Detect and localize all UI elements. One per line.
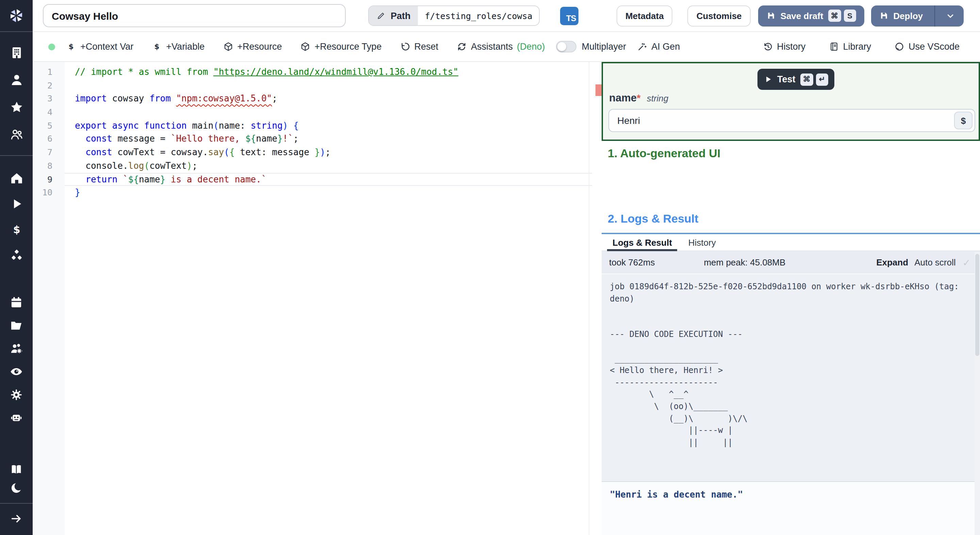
library-button[interactable]: Library xyxy=(829,41,871,52)
section-logs-result: 2. Logs & Result xyxy=(608,212,698,226)
save-draft-button[interactable]: Save draft ⌘S xyxy=(758,5,864,26)
scrollbar-thumb[interactable] xyxy=(975,254,979,356)
code-token: } xyxy=(75,187,80,197)
line-number: 9 xyxy=(33,172,65,186)
auto-scroll-toggle[interactable]: Auto scroll xyxy=(914,257,956,268)
line-number: 5 xyxy=(33,119,65,132)
github-icon xyxy=(894,41,904,52)
-resource-type-button[interactable]: +Resource Type xyxy=(301,41,382,52)
tab-history[interactable]: History xyxy=(680,234,724,250)
schema-field-label: name* string xyxy=(609,92,668,104)
sidebar-group-workspace xyxy=(9,46,24,142)
top-bar: Path f/testing_roles/cowsa TS Metadata C… xyxy=(33,0,980,32)
code-token: "https://deno.land/x/windmill@v1.136.0/m… xyxy=(213,67,458,77)
code-content[interactable]: // import * as wmill from "https://deno.… xyxy=(75,65,588,199)
sidebar-expand-button[interactable] xyxy=(10,512,23,525)
code-line: import cowsay from "npm:cowsay@1.5.0"; xyxy=(75,92,588,105)
name-input[interactable] xyxy=(608,109,975,132)
script-title-input[interactable] xyxy=(43,4,346,27)
svg-text:$: $ xyxy=(154,42,159,51)
robot-icon[interactable] xyxy=(10,411,23,425)
package-icon xyxy=(223,41,233,52)
multiplayer-toggle[interactable] xyxy=(556,41,576,53)
history-button[interactable]: History xyxy=(762,41,805,52)
moon-icon[interactable] xyxy=(10,481,23,495)
assistants-button[interactable]: Assistants (Deno) xyxy=(457,41,545,52)
path-button[interactable]: Path f/testing_roles/cowsa xyxy=(368,5,540,26)
insert-variable-button[interactable]: $ xyxy=(954,111,972,129)
users-icon[interactable] xyxy=(9,127,24,142)
run-input-panel: Test ⌘↵ name* string $ xyxy=(601,62,980,141)
field-name: name xyxy=(609,92,637,104)
tab-logs-result[interactable]: Logs & Result xyxy=(605,234,680,250)
line-number: 7 xyxy=(33,146,65,159)
code-token: } xyxy=(160,174,166,184)
ai-gen-label: AI Gen xyxy=(651,41,680,52)
run-panel: Test ⌘↵ name* string $ 1. Auto-generated… xyxy=(601,62,980,535)
code-token: ) xyxy=(187,161,192,171)
chevron-down-icon[interactable] xyxy=(945,11,956,21)
user-icon[interactable] xyxy=(9,73,24,87)
scrollbar[interactable] xyxy=(975,252,980,535)
section-auto-generated-ui: 1. Auto-generated UI xyxy=(608,147,721,161)
reset-button[interactable]: Reset xyxy=(400,41,438,52)
line-number: 8 xyxy=(33,159,65,172)
book-icon[interactable] xyxy=(10,463,23,476)
calendar-icon[interactable] xyxy=(10,295,23,309)
code-token: ; xyxy=(293,134,299,144)
logs-tabs: Logs & ResultHistory xyxy=(601,234,980,251)
-resource-button[interactable]: +Resource xyxy=(223,41,282,52)
gear-icon[interactable] xyxy=(10,388,23,401)
code-editor[interactable]: 12345678910 // import * as wmill from "h… xyxy=(33,62,601,535)
-context-var-button[interactable]: $+Context Var xyxy=(66,41,134,52)
save-draft-shortcut: ⌘S xyxy=(828,10,856,22)
use-vscode-button[interactable]: Use VScode xyxy=(894,41,959,52)
test-button[interactable]: Test ⌘↵ xyxy=(757,69,834,90)
path-edit-segment[interactable]: Path xyxy=(369,6,418,25)
code-token: ; xyxy=(192,161,197,171)
kbd-badge: ⌘ xyxy=(828,10,841,22)
home-icon[interactable] xyxy=(9,171,24,185)
code-token xyxy=(171,94,176,104)
save-draft-label: Save draft xyxy=(781,11,824,21)
run-duration: took 762ms xyxy=(609,257,655,268)
mem-peak: mem peak: 45.08MB xyxy=(704,257,785,268)
library-icon xyxy=(829,41,839,52)
code-token: import xyxy=(75,94,107,104)
log-output: job 0189d64f-812b-525e-f020-652bd9da1100… xyxy=(601,274,975,481)
windmill-logo-icon[interactable] xyxy=(0,0,33,31)
code-token xyxy=(75,147,86,157)
kbd-badge: ⌘ xyxy=(800,73,813,85)
code-line: return `${name} is a decent name.` xyxy=(75,172,588,186)
toolbar-item-suffix: (Deno) xyxy=(517,41,545,52)
ai-gen-button[interactable]: AI Gen xyxy=(637,41,680,52)
deploy-button[interactable]: Deploy xyxy=(871,5,964,26)
metadata-button[interactable]: Metadata xyxy=(617,5,673,26)
code-token: function xyxy=(144,121,187,131)
cubes-icon[interactable] xyxy=(9,248,24,263)
code-token: main xyxy=(187,121,213,131)
dollar-icon: $ xyxy=(66,41,76,52)
code-token: export xyxy=(75,121,107,131)
eye-icon[interactable] xyxy=(10,365,23,379)
code-token: ( xyxy=(224,147,229,157)
users-gear-icon[interactable] xyxy=(10,342,23,355)
folder-icon[interactable] xyxy=(10,318,23,332)
code-token: cowText xyxy=(150,161,187,171)
star-icon[interactable] xyxy=(9,100,24,115)
code-token: "npm:cowsay@1.5.0" xyxy=(176,94,272,104)
button-divider xyxy=(934,5,935,26)
toolbar-left-group: $+Context Var$+Variable+Resource+Resourc… xyxy=(66,41,545,52)
expand-button[interactable]: Expand xyxy=(876,257,908,268)
deploy-label: Deploy xyxy=(893,11,923,21)
code-token: string xyxy=(251,121,283,131)
line-number: 1 xyxy=(33,65,65,79)
play-icon[interactable] xyxy=(9,197,24,211)
code-token: ${ xyxy=(245,134,256,144)
dollar-icon[interactable]: $ xyxy=(9,223,24,237)
error-marker xyxy=(595,84,601,96)
-variable-button[interactable]: $+Variable xyxy=(152,41,205,52)
code-token: !` xyxy=(283,134,293,144)
building-icon[interactable] xyxy=(9,46,24,60)
customise-button[interactable]: Customise xyxy=(688,5,751,26)
